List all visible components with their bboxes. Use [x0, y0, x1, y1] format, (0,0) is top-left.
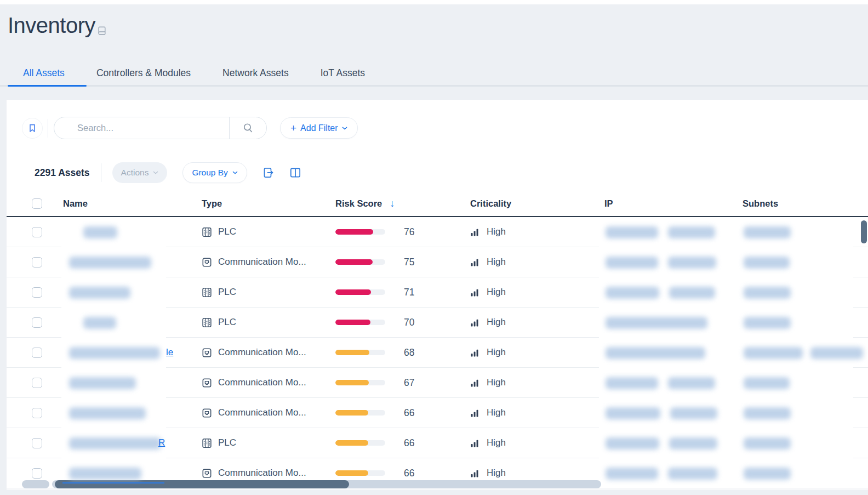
redacted-ip	[668, 377, 715, 389]
criticality-label: High	[487, 377, 506, 388]
risk-bar-fill	[335, 470, 368, 476]
redacted-ip	[668, 257, 716, 269]
row-checkbox[interactable]	[32, 317, 42, 328]
criticality-label: High	[487, 287, 506, 298]
communication-module-icon	[202, 257, 212, 268]
column-header-type[interactable]: Type	[202, 191, 222, 216]
redacted-ip	[606, 226, 658, 238]
inventory-page: Inventory All Assets Controllers & Modul…	[0, 0, 868, 495]
redacted-ip	[670, 407, 717, 419]
criticality-label: High	[487, 407, 506, 418]
criticality-bars-icon	[470, 318, 479, 327]
risk-score-value: 66	[404, 437, 414, 449]
row-checkbox[interactable]	[32, 438, 42, 448]
criticality-bars-icon	[470, 408, 479, 418]
row-checkbox[interactable]	[32, 408, 42, 418]
row-checkbox[interactable]	[32, 348, 42, 358]
help-book-icon[interactable]	[97, 26, 107, 36]
criticality-label: High	[487, 226, 506, 237]
risk-score-cell: 66	[335, 428, 414, 458]
column-header-subnets[interactable]: Subnets	[743, 191, 778, 216]
risk-score-value: 70	[404, 317, 414, 328]
risk-bar-track	[335, 440, 385, 446]
risk-bar-track	[335, 380, 385, 385]
tab-controllers-modules[interactable]: Controllers & Modules	[81, 61, 206, 85]
horizontal-scrollbar[interactable]	[52, 480, 601, 488]
criticality-cell: High	[470, 488, 506, 490]
row-checkbox[interactable]	[32, 378, 42, 388]
export-button[interactable]	[261, 166, 275, 179]
redacted-name	[69, 347, 160, 359]
risk-score-cell: 67	[335, 368, 414, 397]
type-cell: Communication Mo...	[202, 488, 306, 490]
redacted-subnet	[744, 347, 803, 359]
table-header: Name Type Risk Score ↓ Criticality IP Su…	[7, 191, 868, 217]
columns-icon	[289, 166, 302, 179]
actions-button[interactable]: Actions	[112, 162, 168, 183]
redacted-name	[83, 226, 117, 238]
vertical-scrollbar-thumb[interactable]	[861, 220, 867, 243]
table-row[interactable]: Communication Mo... 66 High	[7, 488, 868, 490]
row-checkbox[interactable]	[32, 257, 42, 268]
redacted-ip	[669, 287, 715, 299]
risk-score-value: 75	[404, 257, 414, 268]
chevron-down-icon	[342, 127, 347, 130]
group-by-label: Group By	[192, 168, 227, 178]
manage-columns-button[interactable]	[289, 166, 302, 179]
criticality-label: High	[487, 468, 506, 479]
risk-bar-fill	[335, 410, 368, 416]
column-header-ip[interactable]: IP	[604, 191, 613, 216]
chevron-down-icon	[153, 171, 158, 174]
group-by-button[interactable]: Group By	[182, 162, 247, 183]
top-strip	[0, 0, 868, 4]
risk-score-value: 68	[404, 347, 414, 359]
column-header-criticality[interactable]: Criticality	[470, 191, 511, 216]
criticality-bars-icon	[470, 227, 479, 237]
saved-filters-button[interactable]	[22, 118, 43, 139]
search-box	[54, 117, 267, 139]
criticality-cell: High	[470, 277, 506, 307]
redacted-subnet	[744, 287, 791, 299]
risk-bar-track	[335, 229, 385, 235]
redacted-ip	[606, 257, 658, 269]
redacted-name	[69, 257, 151, 269]
redacted-ip	[668, 468, 717, 480]
asset-name-link-underline	[62, 482, 164, 483]
list-toolbar: 2291 Assets Actions Group By	[35, 162, 302, 183]
column-header-name[interactable]: Name	[63, 191, 88, 216]
horizontal-scrollbar-thumb[interactable]	[55, 480, 349, 488]
row-checkbox[interactable]	[32, 468, 42, 479]
redacted-ip	[606, 407, 660, 419]
redacted-name	[83, 317, 116, 329]
asset-name-link[interactable]: R	[158, 437, 165, 448]
actions-label: Actions	[121, 168, 149, 178]
tab-network-assets[interactable]: Network Assets	[207, 61, 304, 85]
type-label: Communication Mo...	[218, 468, 306, 479]
type-cell: Communication Mo...	[202, 398, 306, 428]
filter-toolbar: + Add Filter	[22, 117, 358, 139]
redacted-subnet	[744, 226, 791, 238]
row-checkbox[interactable]	[32, 227, 42, 237]
risk-score-cell: 66	[335, 398, 414, 428]
add-filter-button[interactable]: + Add Filter	[280, 117, 358, 139]
column-header-risk-score[interactable]: Risk Score ↓	[335, 191, 395, 216]
page-title: Inventory	[8, 13, 95, 38]
risk-bar-fill	[335, 350, 369, 355]
search-button[interactable]	[229, 117, 266, 139]
tabs-divider	[0, 85, 868, 87]
criticality-bars-icon	[470, 469, 479, 478]
plc-icon	[202, 317, 212, 328]
row-checkbox[interactable]	[32, 287, 42, 298]
asset-name-link[interactable]: le	[166, 347, 173, 358]
criticality-bars-icon	[470, 288, 479, 297]
tab-all-assets[interactable]: All Assets	[8, 61, 80, 85]
tab-iot-assets[interactable]: IoT Assets	[305, 61, 380, 85]
search-icon	[242, 122, 254, 134]
redacted-subnet	[744, 407, 791, 419]
type-cell: PLC	[202, 277, 236, 307]
risk-bar-fill	[335, 440, 368, 446]
search-input[interactable]	[54, 117, 229, 139]
risk-bar-track	[335, 259, 385, 265]
export-file-icon	[261, 166, 275, 179]
add-filter-label: Add Filter	[300, 123, 338, 133]
